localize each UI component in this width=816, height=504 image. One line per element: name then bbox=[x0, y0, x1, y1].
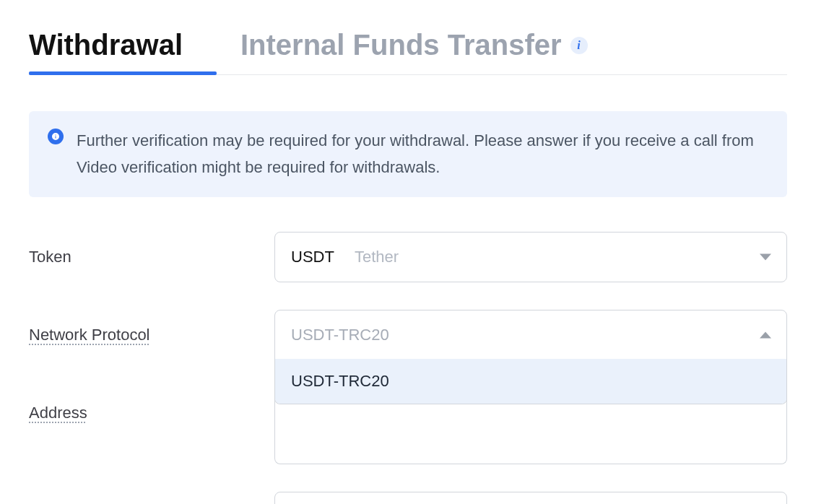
token-name: Tether bbox=[355, 248, 399, 266]
tab-internal-transfer[interactable]: Internal Funds Transfer i bbox=[240, 29, 588, 74]
network-dropdown: USDT-TRC20 bbox=[274, 359, 787, 404]
chevron-up-icon bbox=[760, 331, 771, 338]
chevron-down-icon bbox=[760, 253, 771, 260]
network-select[interactable]: USDT-TRC20 bbox=[274, 310, 787, 360]
verification-notice: Further verification may be required for… bbox=[29, 111, 787, 197]
notice-text: Further verification may be required for… bbox=[77, 127, 768, 181]
network-row: Network Protocol USDT-TRC20 USDT-TRC20 bbox=[29, 310, 787, 360]
tab-bar: Withdrawal Internal Funds Transfer i bbox=[29, 29, 787, 75]
token-label: Token bbox=[29, 248, 71, 266]
withdrawal-form: Token USDT Tether Network Protocol USDT-… bbox=[29, 232, 787, 504]
address-label: Address bbox=[29, 404, 87, 422]
info-icon bbox=[48, 129, 64, 144]
network-label: Network Protocol bbox=[29, 326, 150, 344]
tab-internal-transfer-label: Internal Funds Transfer bbox=[240, 29, 562, 61]
network-selected-value: USDT-TRC20 bbox=[291, 326, 389, 344]
address-note-row: Address Note bbox=[29, 492, 787, 504]
token-select[interactable]: USDT Tether bbox=[274, 232, 787, 282]
tab-withdrawal-label: Withdrawal bbox=[29, 29, 183, 61]
tab-withdrawal[interactable]: Withdrawal bbox=[29, 29, 183, 74]
info-icon: i bbox=[570, 37, 588, 54]
address-note-input[interactable] bbox=[274, 492, 787, 504]
token-symbol: USDT bbox=[291, 248, 334, 266]
network-option[interactable]: USDT-TRC20 bbox=[275, 359, 786, 404]
token-row: Token USDT Tether bbox=[29, 232, 787, 282]
